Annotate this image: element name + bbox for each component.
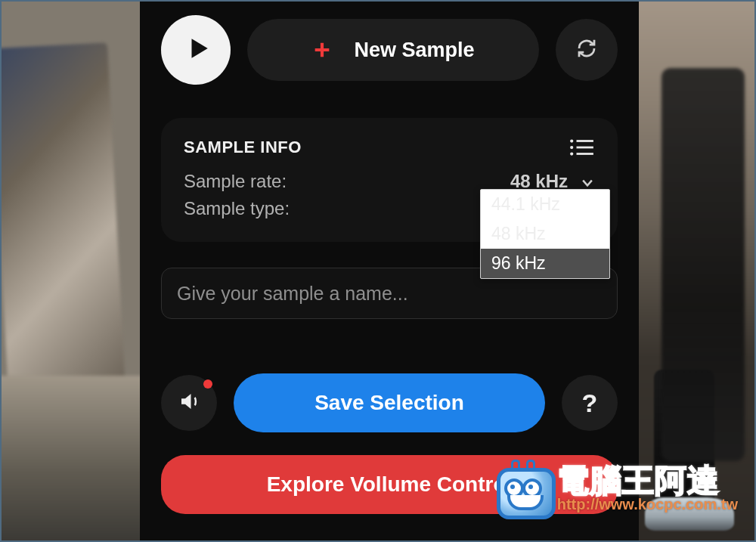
sample-info-title: SAMPLE INFO [184, 138, 302, 157]
explore-volume-control-button[interactable]: Explore Vollume Control [161, 455, 618, 514]
sample-rate-option[interactable]: 44.1 kHz [481, 190, 609, 219]
svg-point-1 [570, 146, 573, 149]
save-selection-label: Save Selection [314, 391, 464, 415]
sample-info-card: SAMPLE INFO Sample rate: 48 kHz [161, 118, 618, 242]
svg-point-2 [570, 152, 573, 155]
volume-toggle-button[interactable] [161, 375, 217, 431]
new-sample-button[interactable]: New Sample [247, 19, 539, 81]
save-selection-button[interactable]: Save Selection [234, 373, 545, 432]
svg-point-0 [570, 139, 573, 142]
play-icon [181, 36, 211, 64]
plus-icon [311, 39, 333, 60]
help-icon: ? [582, 389, 598, 418]
sample-rate-dropdown: 44.1 kHz 48 kHz 96 kHz [480, 189, 610, 279]
chevron-down-icon [580, 174, 595, 189]
explore-label: Explore Vollume Control [267, 472, 513, 497]
background-right-photo [639, 0, 756, 542]
sample-type-label: Sample type: [184, 198, 290, 219]
app-panel: New Sample SAMPLE INFO [140, 0, 639, 542]
background-left-photo [0, 0, 140, 542]
action-row: Save Selection ? [161, 373, 618, 432]
list-toggle-button[interactable] [569, 138, 595, 157]
sample-rate-option[interactable]: 96 kHz [481, 249, 609, 278]
play-button[interactable] [161, 15, 231, 85]
refresh-icon [575, 37, 598, 63]
list-icon [569, 147, 595, 160]
sample-name-input[interactable] [175, 282, 603, 305]
sample-rate-label: Sample rate: [184, 171, 287, 192]
speaker-icon [178, 390, 200, 416]
top-controls: New Sample [161, 15, 618, 85]
new-sample-label: New Sample [354, 39, 474, 62]
help-button[interactable]: ? [562, 375, 618, 431]
refresh-button[interactable] [556, 19, 618, 81]
recording-indicator-dot [203, 379, 212, 389]
sample-rate-option[interactable]: 48 kHz [481, 219, 609, 249]
